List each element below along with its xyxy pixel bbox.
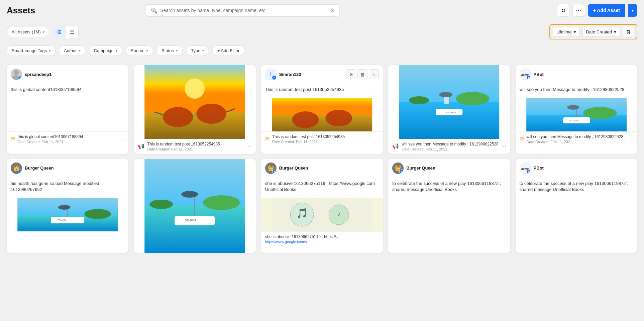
card-spacer	[7, 98, 128, 131]
card-date: Date Created: Feb 11, 2021	[147, 147, 244, 151]
page-title: Assets	[7, 5, 35, 16]
svg-text:♪: ♪	[337, 210, 340, 218]
gear-icon[interactable]: ⚙	[330, 7, 335, 14]
card-body: his health has gone so bad Message modif…	[7, 177, 128, 198]
platform-badge: t	[18, 76, 22, 80]
chevron-down-icon: ▾	[614, 29, 616, 34]
card-body: to celebrate the success of a new play 1…	[388, 177, 510, 198]
card-content-text: his health has gone so bad Message modif…	[11, 181, 124, 193]
svg-point-45	[203, 195, 240, 210]
boat-image: ST-4664	[388, 65, 510, 139]
filter-status[interactable]: Status ▾	[156, 45, 183, 56]
username: Burger Queen	[406, 166, 435, 171]
filter-smart-image-tags[interactable]: Smart Image Tags ▾	[7, 45, 56, 56]
avatar: acme f	[520, 163, 531, 174]
card-footer: ✉ This is random test post 1613052254935…	[261, 131, 383, 146]
footer-text: she is abusive 1613066275119 ; https://.…	[265, 234, 372, 240]
platform-badge: f	[272, 170, 277, 174]
email-icon: ✉	[520, 136, 524, 142]
music-image: 🎵 ♪	[261, 198, 383, 231]
username: Simran123	[279, 72, 301, 77]
add-filter-button[interactable]: + Add Filter	[212, 45, 244, 56]
card-menu-button[interactable]: ···	[247, 143, 251, 149]
list-view-button[interactable]: ☰	[66, 26, 78, 38]
card-header: f f Simran123 ➤ ▦ ☆	[261, 65, 383, 83]
footer-text: this is global content1613067198594	[18, 134, 117, 140]
chevron-down-icon: ▾	[574, 29, 576, 34]
add-asset-button[interactable]: + Add Asset	[588, 4, 625, 17]
footer-text: This is random test post 1613052254935	[147, 142, 244, 147]
svg-point-3	[185, 79, 205, 99]
refresh-button[interactable]: ↻	[557, 4, 570, 17]
header-actions: ↻ ··· + Add Asset ▾	[557, 4, 637, 17]
username: Burger Queen	[25, 166, 54, 171]
username: PBot	[534, 166, 544, 171]
footer-text: will see you then Message to modify ; 16…	[402, 142, 499, 147]
footer-text: will see you then Message to modify ; 16…	[527, 134, 626, 140]
card-image-container: ST-4664	[134, 159, 255, 253]
svg-text:ST-4664: ST-4664	[185, 219, 196, 222]
lifetime-label: Lifetime	[556, 29, 572, 34]
grid-view-button[interactable]: ⊞	[53, 26, 66, 38]
sunglasses-image	[134, 65, 255, 139]
add-asset-dropdown-button[interactable]: ▾	[628, 4, 637, 17]
card-link[interactable]: https://www.google.com/s	[265, 240, 372, 244]
svg-point-42	[58, 205, 70, 210]
view-toggle: ⊞ ☰	[53, 26, 79, 38]
card-menu-button[interactable]: ···	[374, 136, 379, 142]
card-menu-button[interactable]: ···	[374, 236, 379, 242]
search-input[interactable]	[160, 8, 327, 13]
filter-row: Smart Image Tags ▾ Author ▾ Campaign ▾ S…	[0, 43, 644, 60]
header: Assets 🔍 ⚙ ↻ ··· + Add Asset ▾	[0, 0, 644, 21]
date-created-button[interactable]: Date Created ▾	[582, 27, 620, 37]
username: PBot	[534, 72, 544, 77]
svg-rect-4	[145, 112, 245, 139]
card-content-text: to celebrate the success of a new play 1…	[392, 181, 506, 193]
card-footer: ✉ will see you then Message to modify ; …	[516, 131, 637, 146]
card-content-text: will see you then Message to modify ; 16…	[520, 87, 633, 93]
filter-campaign[interactable]: Campaign ▾	[89, 45, 122, 56]
card-header: 👑 f Burger Queen	[7, 159, 128, 177]
svg-point-29	[583, 107, 617, 119]
svg-rect-39	[51, 217, 84, 223]
asset-card-2: 📢 This is random test post 1613052254935…	[134, 65, 255, 154]
filter-all-assets[interactable]: All Assets (1M) ▾	[7, 27, 49, 37]
card-header: acme f PBot	[516, 159, 637, 177]
chevron-down-icon: ▾	[146, 49, 148, 52]
card-menu-button[interactable]: ···	[629, 136, 633, 142]
send-button[interactable]: ➤	[346, 69, 356, 79]
card-image-container	[261, 98, 383, 131]
all-assets-label: All Assets (1M)	[12, 29, 41, 34]
stats-button[interactable]: ▦	[357, 69, 367, 79]
avatar: 👑 f	[265, 163, 277, 174]
sunglasses-image-small	[261, 98, 383, 131]
platform-badge: f	[18, 170, 22, 174]
more-button[interactable]: ···	[572, 4, 585, 17]
filter-author[interactable]: Author ▾	[59, 45, 85, 56]
card-body: will see you then Message to modify ; 16…	[516, 83, 637, 98]
username: Burger Queen	[279, 166, 308, 171]
card-content-text: this is global content1613067198594	[11, 87, 124, 93]
asset-card-10: acme f PBot to celebrate the success of …	[516, 159, 637, 253]
chevron-down-icon: ▾	[176, 49, 178, 52]
card-menu-button[interactable]: ···	[120, 136, 124, 142]
card-body: she is abusive 1613066275119 ; https://w…	[261, 177, 383, 198]
sort-icon: ⇅	[626, 29, 631, 35]
avatar: f f	[265, 69, 277, 80]
card-footer: 📢 will see you then Message to modify ; …	[388, 139, 510, 154]
platform-badge: f	[526, 75, 531, 80]
filter-source[interactable]: Source ▾	[126, 45, 153, 56]
asset-card-1: t sprsandeep1 this is global content1613…	[7, 65, 128, 154]
svg-rect-23	[444, 97, 449, 104]
card-menu-button[interactable]: ···	[502, 143, 506, 149]
svg-point-14	[292, 111, 319, 128]
card-image-container: 🎵 ♪	[261, 198, 383, 231]
chevron-down-icon: ▾	[79, 49, 81, 52]
ads-icon: 📢	[138, 143, 144, 149]
chevron-down-icon: ▾	[43, 30, 44, 34]
filter-type[interactable]: Type ▾	[186, 45, 209, 56]
star-button[interactable]: ☆	[369, 69, 379, 79]
sort-button[interactable]: ⇅	[623, 26, 634, 37]
lifetime-filter-button[interactable]: Lifetime ▾	[553, 27, 580, 37]
boat-image-small: ST-4664	[516, 98, 637, 131]
